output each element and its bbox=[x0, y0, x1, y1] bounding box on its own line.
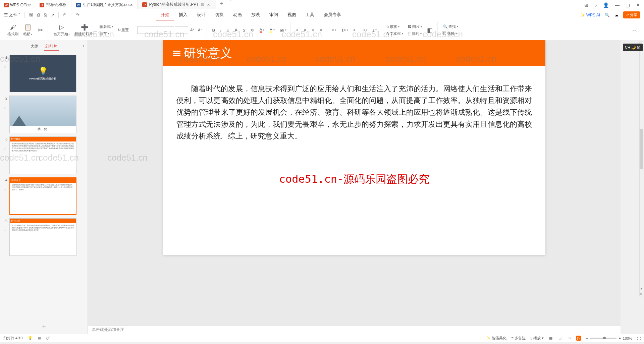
superscript-icon[interactable]: X² bbox=[249, 27, 256, 33]
menu-button[interactable]: ☰ 文件 ˅ bbox=[4, 12, 20, 18]
star-icon[interactable]: ☆ bbox=[4, 101, 7, 109]
highlight-icon[interactable]: A▾ bbox=[268, 27, 276, 33]
zoom-in-icon[interactable]: + bbox=[619, 336, 621, 340]
ribbon-tab-tools[interactable]: 工具 bbox=[301, 10, 319, 20]
copy-button[interactable]: ✂ bbox=[36, 26, 45, 35]
ribbon-tab-slideshow[interactable]: 放映 bbox=[247, 10, 265, 20]
justify-icon[interactable]: ≣ bbox=[318, 27, 324, 33]
wps-ai-button[interactable]: ✨ WPS AI bbox=[580, 13, 600, 17]
avatar-icon[interactable]: 👤 bbox=[603, 2, 609, 8]
star-icon[interactable]: ☆ bbox=[4, 142, 7, 150]
align-center-icon[interactable]: ≣ bbox=[302, 27, 308, 33]
shape-button[interactable]: ◇ 形状▾ bbox=[385, 23, 404, 30]
ribbon-tab-transition[interactable]: 切换 bbox=[210, 10, 228, 20]
textbox-button[interactable]: A 文本框▾ bbox=[385, 31, 404, 37]
cube-icon[interactable]: ⬨ bbox=[594, 2, 597, 8]
fit-icon[interactable]: ⛶ bbox=[637, 336, 641, 340]
tab-template[interactable]: D 找稻壳模板 bbox=[35, 0, 71, 10]
indent-inc-icon[interactable]: ⇥▾ bbox=[361, 27, 369, 33]
ribbon-tab-animation[interactable]: 动画 bbox=[228, 10, 247, 20]
undo-icon[interactable]: ↶ bbox=[63, 12, 66, 17]
strikethrough-icon[interactable]: S bbox=[241, 27, 247, 33]
slide-thumb-1[interactable]: 💡Python的高校成绩分析 bbox=[9, 55, 76, 92]
zoom-out-icon[interactable]: − bbox=[586, 336, 588, 340]
cloud-icon[interactable]: ☁ bbox=[614, 13, 619, 17]
underline-icon[interactable]: U bbox=[225, 27, 231, 33]
indent-dec-icon[interactable]: ⇤ bbox=[352, 27, 358, 33]
strike-icon[interactable]: A̶ bbox=[233, 27, 239, 33]
scroll-down-icon[interactable]: ▼ bbox=[640, 287, 643, 291]
view-slideshow-icon[interactable]: ▷ bbox=[576, 336, 581, 341]
increase-font-icon[interactable]: A⁺ bbox=[189, 27, 196, 33]
font-family-select[interactable] bbox=[137, 26, 174, 34]
mem-icon[interactable]: ⊞ bbox=[38, 336, 41, 340]
ribbon-tab-review[interactable]: 审阅 bbox=[265, 10, 283, 20]
slide-thumb-4[interactable]: 研究意义随着时代的发展信息技术得到广泛的应用给人们和生活注入了充沛的活力网络使人… bbox=[9, 177, 76, 215]
slide-thumb-3[interactable]: 研究背景随着时代的发展信息技术得到广泛的应用给人们和生活注入了充沛的活力网络使人… bbox=[9, 136, 76, 174]
ribbon-tab-insert[interactable]: 插入 bbox=[174, 10, 192, 20]
search-icon[interactable]: 🔍 bbox=[605, 13, 610, 17]
reset-button[interactable]: ↻ 重置 bbox=[116, 27, 130, 33]
ribbon-tab-design[interactable]: 设计 bbox=[192, 10, 210, 20]
picture-button[interactable]: 🖼 图片▾ bbox=[407, 23, 423, 30]
new-tab-button[interactable]: ＋ bbox=[216, 0, 227, 10]
current-start-button[interactable]: ▷当页开始▾ bbox=[52, 23, 71, 37]
close-window-icon[interactable]: ✕ bbox=[636, 2, 640, 8]
line-spacing-icon[interactable]: ↕▾ bbox=[371, 27, 378, 33]
ime-badge[interactable]: CH 🌙 简 bbox=[623, 44, 643, 51]
decrease-font-icon[interactable]: A⁻ bbox=[197, 27, 204, 33]
vertical-scrollbar[interactable]: ▲ ▼ ▷ bbox=[639, 42, 643, 296]
preview-icon[interactable]: ⎘ bbox=[44, 12, 47, 17]
view-reading-icon[interactable]: ▭ bbox=[567, 336, 572, 340]
italic-icon[interactable]: I bbox=[219, 27, 223, 33]
smart-beautify[interactable]: ✨ 智能美化 bbox=[486, 336, 506, 341]
scroll-thumb[interactable] bbox=[640, 129, 643, 169]
clear-format-icon[interactable]: ab▾ bbox=[279, 27, 288, 33]
maximize-icon[interactable]: ▢ bbox=[626, 2, 630, 8]
star-icon[interactable]: ☆ bbox=[4, 224, 7, 232]
find-button[interactable]: 🔍 查找▾ bbox=[442, 23, 460, 30]
star-icon[interactable]: ☆ bbox=[4, 183, 7, 191]
arrange-button[interactable]: ⬚ 排列▾ bbox=[407, 31, 423, 37]
new-slide-button[interactable]: ➕新建幻灯片▾ bbox=[73, 23, 96, 37]
paste-button[interactable]: 📋粘贴▾ bbox=[22, 23, 34, 37]
bullets-icon[interactable]: ⋮≡▾ bbox=[327, 27, 337, 33]
slide-thumb-2[interactable]: 摘 要 bbox=[9, 96, 76, 133]
view-normal-icon[interactable]: ▦ bbox=[548, 336, 553, 340]
save-icon[interactable]: 🖫 bbox=[29, 12, 33, 17]
bulb-icon[interactable]: 💡 bbox=[28, 336, 33, 340]
format-painter-button[interactable]: 🖌格式刷 bbox=[6, 23, 20, 37]
minimize-icon[interactable]: — bbox=[615, 2, 620, 8]
ribbon-tab-member[interactable]: 会员专享 bbox=[319, 10, 346, 20]
add-slide-button[interactable]: ＋ bbox=[0, 319, 88, 334]
lang-icon[interactable]: 拼 bbox=[46, 336, 50, 341]
ribbon-tab-home[interactable]: 开始 bbox=[156, 10, 174, 20]
align-right-icon[interactable]: ≡ bbox=[311, 27, 315, 33]
slides-tab[interactable]: 幻灯片 bbox=[44, 43, 59, 51]
star-icon[interactable]: ☆ bbox=[4, 60, 7, 68]
font-size-select[interactable] bbox=[175, 26, 188, 34]
dialpad-icon[interactable]: ⊞ bbox=[584, 2, 588, 8]
collapse-panel-icon[interactable]: ‹ bbox=[83, 43, 84, 48]
redo-icon[interactable]: ↷ bbox=[76, 12, 79, 17]
collapse-ribbon-icon[interactable]: ︿ bbox=[629, 26, 641, 34]
tab-ppt[interactable]: P Python的高校成绩分析.PPT ⊡ × bbox=[138, 0, 216, 10]
export-icon[interactable]: ↗ bbox=[51, 12, 54, 17]
play-menu[interactable]: ▯ 播放 ▾ bbox=[530, 336, 544, 341]
view-sorter-icon[interactable]: ⊞ bbox=[558, 336, 562, 340]
bold-icon[interactable]: B bbox=[211, 27, 216, 33]
outline-tab[interactable]: 大纲 bbox=[29, 43, 40, 51]
slide-thumb-5[interactable]: 研究内容本文主要研究了基于Python的高校成绩分析系统的设计与实现通过对高校学… bbox=[9, 218, 76, 256]
select-button[interactable]: ☐ 选择▾ bbox=[442, 31, 460, 37]
play-icon[interactable]: ▷ bbox=[640, 291, 643, 296]
new-tab-caret[interactable]: ˅ bbox=[227, 0, 234, 10]
align-left-icon[interactable]: ≡ bbox=[295, 27, 300, 33]
tab-docx[interactable]: W 生产印模图片替换方案.docx bbox=[71, 0, 138, 10]
print-icon[interactable]: ⎙ bbox=[37, 12, 40, 17]
section-button[interactable]: ▤ 节▾ bbox=[98, 31, 114, 37]
numbering-icon[interactable]: 1≡▾ bbox=[340, 27, 350, 33]
pin-icon[interactable]: ⊡ bbox=[201, 2, 204, 7]
layout-button[interactable]: ▦ 版式▾ bbox=[98, 23, 114, 30]
font-color-icon[interactable]: A▾ bbox=[258, 27, 266, 33]
fill-button[interactable]: ◧ bbox=[425, 26, 435, 35]
